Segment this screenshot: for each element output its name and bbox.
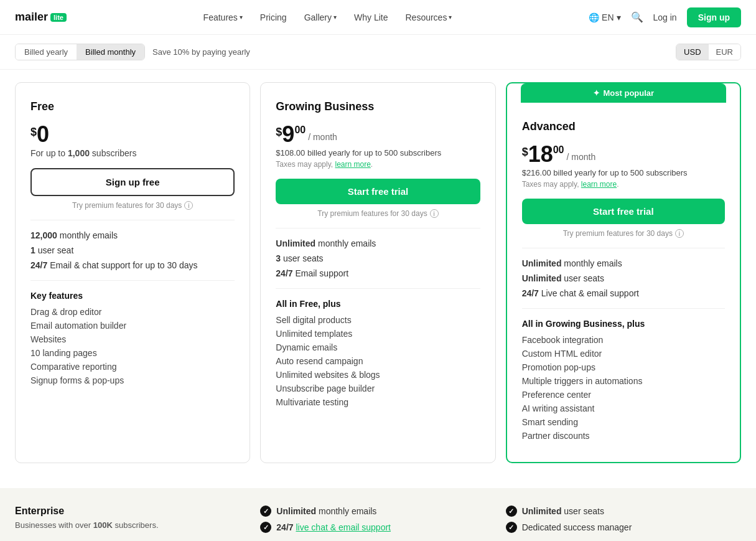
info-icon: i [184, 201, 193, 210]
price-period: / month [567, 152, 596, 162]
navbar: mailer lite Features ▾ Pricing Gallery ▾… [0, 0, 756, 35]
signup-free-button[interactable]: Sign up free [30, 168, 235, 196]
nav-right: 🌐 EN ▾ 🔍 Log in Sign up [589, 7, 741, 27]
check-icon: ✓ [260, 522, 271, 533]
trial-note: Try premium features for 30 days i [30, 201, 235, 210]
currency-toggle: USD EUR [676, 44, 741, 60]
pricing-section: Free $ 0 For up to 1,000 subscribers Sig… [0, 70, 756, 488]
enterprise-title: Enterprise [15, 506, 250, 517]
enterprise-section: Enterprise Businesses with over 100K sub… [0, 488, 756, 541]
feature-user-seat: 1 user seat [30, 245, 235, 255]
lang-label: EN [602, 12, 614, 22]
advanced-content: Advanced $ 18 00 / month $216.00 billed … [522, 103, 725, 441]
billing-save-text: Save 10% by paying yearly [152, 47, 250, 57]
chevron-down-icon: ▾ [449, 14, 452, 21]
start-trial-button-advanced[interactable]: Start free trial [522, 199, 725, 224]
chevron-down-icon: ▾ [334, 14, 337, 21]
ent-feature-text: Unlimited user seats [522, 506, 604, 516]
learn-more-link[interactable]: learn more [335, 160, 370, 169]
feature-item: Multiple triggers in automations [522, 376, 725, 386]
price-period: / month [308, 132, 337, 142]
nav-resources[interactable]: Resources ▾ [405, 12, 452, 22]
plan-advanced-name: Advanced [522, 120, 725, 133]
info-icon: i [675, 229, 684, 238]
popular-label: Most popular [604, 88, 655, 98]
feature-item: Unsubscribe page builder [276, 383, 480, 393]
feature-item: Email automation builder [30, 321, 235, 331]
check-icon: ✓ [506, 522, 517, 533]
feature-item: 10 landing pages [30, 348, 235, 358]
plan-growing: Growing Business $ 9 00 / month $108.00 … [260, 82, 495, 463]
feature-item: Multivariate testing [276, 397, 480, 407]
trial-text: Try premium features for 30 days [317, 209, 427, 218]
nav-features[interactable]: Features ▾ [203, 12, 243, 22]
sparkle-icon: ✦ [593, 88, 600, 98]
ent-feature-text: Unlimited monthly emails [276, 506, 376, 516]
feature-monthly-emails: 12,000 monthly emails [30, 230, 235, 240]
feature-item: Unlimited websites & blogs [276, 370, 480, 380]
language-selector[interactable]: 🌐 EN ▾ [589, 12, 620, 22]
plan-advanced: ✦ Most popular Advanced $ 18 00 / month … [506, 82, 741, 463]
feature-item: Custom HTML editor [522, 349, 725, 359]
enterprise-col2: ✓ Unlimited monthly emails ✓ 24/7 live c… [260, 506, 495, 538]
check-icon: ✓ [506, 506, 517, 517]
billed-monthly-button[interactable]: Billed monthly [77, 44, 144, 60]
eur-button[interactable]: EUR [709, 44, 740, 60]
ent-feature-text: Dedicated success manager [522, 522, 632, 532]
enterprise-col1: Enterprise Businesses with over 100K sub… [15, 506, 250, 538]
start-trial-button-growing[interactable]: Start free trial [276, 179, 480, 204]
live-chat-link[interactable]: live chat & email support [296, 522, 391, 532]
feature-item: AI writing assistant [522, 403, 725, 413]
feature-item: Partner discounts [522, 431, 725, 441]
advanced-features-section: All in Growing Business, plus Facebook i… [522, 319, 725, 441]
chevron-down-icon: ▾ [240, 14, 243, 21]
nav-gallery[interactable]: Gallery ▾ [304, 12, 337, 22]
info-icon: i [430, 209, 439, 218]
trial-note: Try premium features for 30 days i [522, 229, 725, 238]
feature-support: 24/7 Email support [276, 268, 480, 278]
feature-item: Sell digital products [276, 315, 480, 325]
enterprise-description: Businesses with over 100K subscribers. [15, 520, 250, 530]
search-icon[interactable]: 🔍 [631, 11, 643, 23]
ent-feature-seats: ✓ Unlimited user seats [506, 506, 741, 517]
feature-item: Auto resend campaign [276, 356, 480, 366]
feature-item: Websites [30, 334, 235, 344]
nav-pricing[interactable]: Pricing [260, 12, 287, 22]
plan-taxes: Taxes may apply, learn more. [522, 180, 725, 189]
globe-icon: 🌐 [589, 12, 599, 22]
trial-text: Try premium features for 30 days [563, 229, 673, 238]
feature-support: 24/7 Live chat & email support [522, 288, 725, 298]
price-symbol: $ [30, 126, 37, 139]
features-title: All in Free, plus [276, 299, 480, 309]
enterprise-col3: ✓ Unlimited user seats ✓ Dedicated succe… [506, 506, 741, 538]
feature-item: Comparative reporting [30, 362, 235, 372]
logo[interactable]: mailer lite [15, 11, 67, 24]
plan-free-price: $ 0 [30, 123, 235, 146]
trial-text: Try premium features for 30 days [72, 201, 182, 210]
plan-growing-name: Growing Business [276, 100, 480, 113]
usd-button[interactable]: USD [676, 44, 708, 60]
feature-item: Facebook integration [522, 335, 725, 345]
billed-yearly-button[interactable]: Billed yearly [16, 44, 77, 60]
feature-user-seats: Unlimited user seats [522, 273, 725, 283]
key-features-section: Key features Drag & drop editor Email au… [30, 291, 235, 385]
feature-item: Dynamic emails [276, 342, 480, 352]
price-symbol: $ [522, 146, 528, 159]
plan-free: Free $ 0 For up to 1,000 subscribers Sig… [15, 82, 250, 463]
nav-why-lite[interactable]: Why Lite [354, 12, 388, 22]
features-title: All in Growing Business, plus [522, 319, 725, 329]
learn-more-link[interactable]: learn more [581, 180, 617, 189]
price-main: 18 [528, 143, 553, 166]
signup-button[interactable]: Sign up [687, 7, 741, 27]
growing-features-section: All in Free, plus Sell digital products … [276, 299, 480, 407]
feature-user-seats: 3 user seats [276, 253, 480, 263]
login-link[interactable]: Log in [653, 12, 677, 22]
price-main: 0 [37, 123, 49, 146]
ent-feature-text: 24/7 live chat & email support [276, 522, 391, 532]
ent-feature-success-manager: ✓ Dedicated success manager [506, 522, 741, 533]
plan-billed: $108.00 billed yearly for up to 500 subs… [276, 148, 480, 158]
feature-monthly-emails: Unlimited monthly emails [276, 238, 480, 248]
features-title: Key features [30, 291, 235, 301]
feature-item: Signup forms & pop-ups [30, 375, 235, 385]
plan-billed: $216.00 billed yearly for up to 500 subs… [522, 168, 725, 177]
